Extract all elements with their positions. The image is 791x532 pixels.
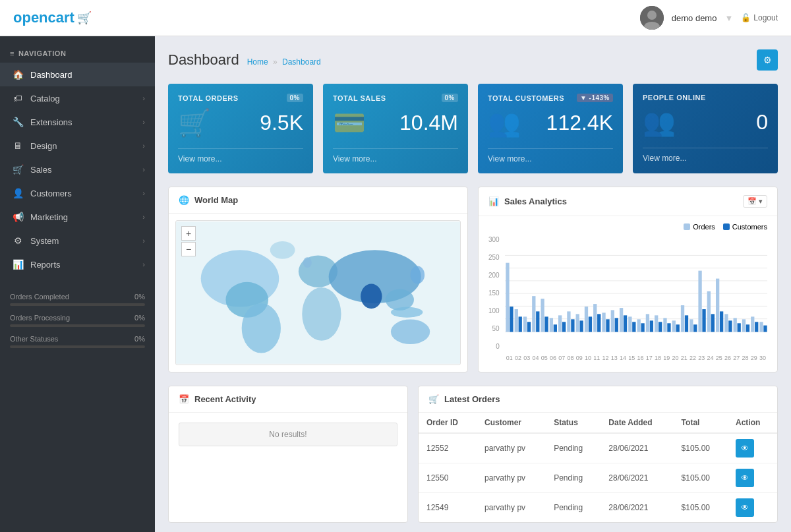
svg-rect-35	[553, 324, 556, 332]
svg-point-14	[303, 257, 312, 268]
view-button-2[interactable]: 👁	[736, 469, 754, 487]
view-button-3[interactable]: 👁	[736, 498, 754, 517]
view-button-1[interactable]: 👁	[736, 439, 754, 458]
sales-view-more[interactable]: View more...	[333, 148, 458, 163]
svg-rect-78	[742, 319, 745, 332]
world-map-body: + −	[169, 214, 467, 372]
calendar-filter-button[interactable]: 📅 ▾	[743, 195, 767, 208]
sidebar-item-customers[interactable]: 👤 Customers ›	[0, 181, 155, 205]
svg-rect-49	[614, 318, 618, 332]
chevron-right-icon-6: ›	[142, 213, 145, 221]
chevron-right-icon-3: ›	[142, 142, 145, 150]
nav-heading: ≡ NAVIGATION	[0, 43, 155, 63]
col-date-added: Date Added	[601, 413, 673, 433]
legend-orders: Orders	[684, 223, 715, 231]
svg-rect-24	[506, 263, 509, 332]
svg-rect-40	[575, 314, 579, 332]
date-3: 28/06/2021	[601, 493, 673, 523]
sidebar-item-dashboard[interactable]: 🏠 Dashboard	[0, 63, 155, 86]
total-1: $105.00	[674, 433, 728, 463]
logout-icon: 🔓	[741, 13, 751, 22]
svg-rect-57	[649, 320, 653, 332]
orders-completed-progress: Orders Completed 0%	[10, 293, 145, 306]
hamburger-icon: ≡	[10, 49, 15, 57]
latest-orders-body: Order ID Customer Status Date Added Tota…	[419, 413, 777, 522]
svg-rect-52	[628, 316, 631, 332]
dropdown-icon: ▾	[759, 197, 763, 206]
svg-rect-47	[606, 319, 609, 332]
page-title-area: Dashboard Home » Dashboard	[168, 51, 321, 69]
svg-rect-64	[681, 305, 684, 332]
breadcrumb: Home » Dashboard	[247, 57, 321, 67]
svg-rect-53	[632, 322, 635, 332]
sidebar-item-sales[interactable]: 🛒 Sales ›	[0, 158, 155, 181]
header-right: demo demo ▼ 🔓 Logout	[640, 6, 778, 30]
page-title: Dashboard	[168, 51, 239, 69]
breadcrumb-home[interactable]: Home	[247, 57, 268, 67]
stat-content-sales: 💳 10.4M	[333, 107, 458, 138]
logout-button[interactable]: 🔓 Logout	[741, 13, 778, 22]
avatar	[640, 6, 664, 30]
action-1: 👁	[728, 433, 777, 463]
world-map-card: 🌐 World Map + −	[168, 187, 468, 372]
breadcrumb-current: Dashboard	[282, 57, 321, 67]
svg-rect-43	[588, 316, 591, 332]
stat-card-sales: TOTAL SALES 0% 💳 10.4M View more...	[323, 84, 468, 173]
other-statuses-progress: Other Statuses 0%	[10, 335, 145, 348]
stat-label-orders: TOTAL ORDERS 0%	[178, 94, 303, 102]
zoom-out-button[interactable]: −	[181, 242, 196, 256]
col-customer: Customer	[477, 413, 546, 433]
map-controls: + −	[181, 226, 196, 256]
svg-rect-37	[562, 322, 566, 332]
progress-bar-bg	[10, 303, 145, 306]
svg-point-10	[361, 284, 382, 309]
globe-icon: 🌐	[179, 195, 189, 205]
status-2: Pending	[546, 463, 601, 493]
stat-card-orders: TOTAL ORDERS 0% 🛒 9.5K View more...	[168, 84, 313, 173]
recent-activity-icon: 📅	[179, 394, 189, 404]
stat-value-online: 0	[756, 110, 768, 134]
svg-rect-61	[667, 323, 670, 332]
customers-view-more[interactable]: View more...	[488, 148, 613, 163]
svg-rect-56	[645, 314, 649, 332]
extensions-icon: 🔧	[12, 117, 24, 127]
svg-rect-39	[571, 319, 574, 332]
svg-rect-65	[685, 315, 688, 332]
svg-rect-76	[733, 318, 736, 332]
orders-view-more[interactable]: View more...	[178, 148, 303, 163]
logo-text: opencart	[13, 9, 74, 26]
svg-rect-69	[702, 309, 705, 332]
calendar-icon: 📅	[747, 197, 757, 206]
sidebar-item-design[interactable]: 🖥 Design ›	[0, 134, 155, 158]
zoom-in-button[interactable]: +	[181, 226, 196, 241]
x-axis: 0102030405060708091011121314151617181920…	[505, 355, 767, 361]
sidebar-item-marketing[interactable]: 📢 Marketing ›	[0, 205, 155, 229]
chevron-right-icon-2: ›	[142, 118, 145, 126]
sidebar-item-catalog[interactable]: 🏷 Catalog ›	[0, 86, 155, 110]
table-row: 12550 parvathy pv Pending 28/06/2021 $10…	[419, 463, 777, 493]
customers-icon: 👤	[12, 188, 24, 198]
svg-rect-62	[672, 320, 675, 332]
orders-processing-progress: Orders Processing 0%	[10, 314, 145, 327]
sidebar-item-extensions[interactable]: 🔧 Extensions ›	[0, 110, 155, 134]
chevron-right-icon: ›	[142, 94, 145, 102]
col-action: Action	[728, 413, 777, 433]
sidebar-item-system[interactable]: ⚙ System ›	[0, 229, 155, 252]
logo-icon: 🛒	[77, 11, 92, 25]
sales-card-icon: 💳	[333, 107, 366, 138]
no-results-message: No results!	[179, 423, 397, 446]
user-name[interactable]: demo demo	[672, 13, 717, 23]
total-2: $105.00	[674, 463, 728, 493]
settings-button[interactable]: ⚙	[757, 49, 778, 71]
order-id-2: 12550	[419, 463, 477, 493]
svg-rect-30	[532, 296, 535, 332]
table-row: 12549 parvathy pv Pending 28/06/2021 $10…	[419, 493, 777, 523]
svg-rect-73	[720, 311, 723, 332]
svg-point-13	[270, 241, 295, 259]
svg-rect-27	[518, 316, 521, 332]
sidebar-item-reports[interactable]: 📊 Reports ›	[0, 252, 155, 276]
marketing-icon: 📢	[12, 212, 24, 222]
chart-legend: Orders Customers	[488, 223, 767, 231]
online-view-more[interactable]: View more...	[643, 148, 768, 163]
chart-area-container: 0102030405060708091011121314151617181920…	[505, 236, 767, 361]
